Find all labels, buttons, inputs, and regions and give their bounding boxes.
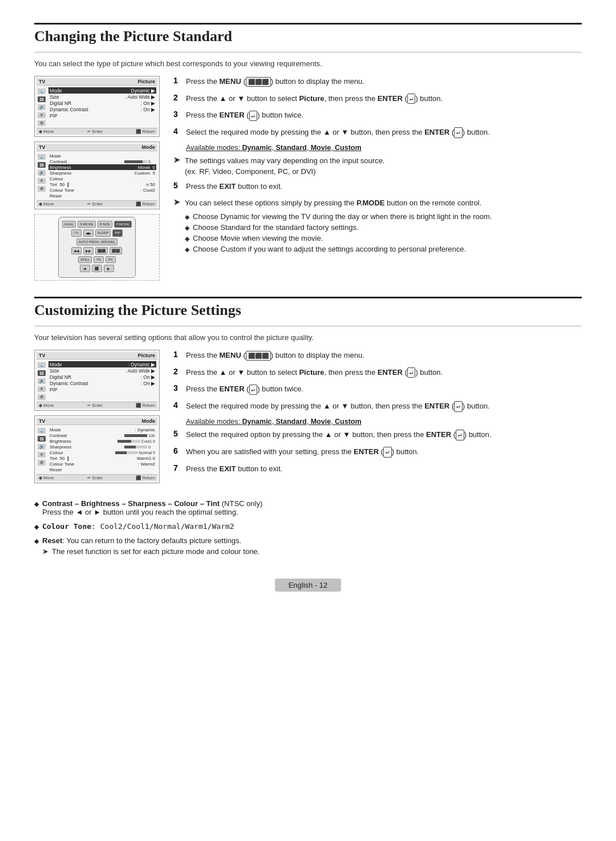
section1-header: Changing the Picture Standard (34, 23, 582, 45)
s2-screen2-header: TV Mode (37, 418, 157, 425)
menu-row-digital-nr: Digital NR: On ▶ (48, 100, 156, 106)
s2-step7: 7 Press the EXIT button to exit. (173, 463, 582, 475)
footer-label: English - 12 (289, 581, 328, 589)
s2-menu-row-digital-nr: Digital NR: On ▶ (48, 374, 156, 380)
s2-mode-mode: Mode: Dynamic (48, 427, 156, 432)
diamond2: ◆ (185, 224, 189, 232)
avail-modes-2: Available modes: Dynamic, Standard, Movi… (186, 418, 582, 426)
section2-bottom-notes: ◆ Contrast – Brightness – Sharpness – Co… (34, 499, 582, 556)
mode-row-contrast: Contrast 0 (48, 159, 156, 164)
s2-menu-row-pip: PIP (48, 386, 156, 393)
icon-x: ✕ (38, 112, 46, 118)
s2-mode-colourtone: Colour Tone: Warm2 (48, 461, 156, 467)
section1-screen2: TV Mode 📡 🖼 🔊 ✕ ⚙ Mode (34, 141, 160, 209)
section2-steps: 1 Press the MENU (⬛⬛⬛) button to display… (173, 350, 582, 488)
note2-arrow: ➤ (173, 197, 181, 207)
icon-audio: 🔊 (38, 104, 46, 110)
s2-step6-text: When you are satisfied with your setting… (186, 446, 419, 458)
remote-btn-smode: S.MODE (78, 221, 96, 228)
diamond3: ◆ (185, 235, 189, 242)
bottom-note3-main: Reset: You can return to the factory def… (42, 536, 260, 545)
s2-screen2-icons: 📡 🖼 🔊 ✕ ⚙ (38, 427, 46, 472)
s2-mode-tint: Tint 50 ❙Warm1 0 (48, 455, 156, 461)
screen1-menu: ModeDynamic ▶ Size: Auto Wide ▶ Digital … (48, 87, 156, 126)
s2-icon-picture: 🖼 (38, 370, 46, 376)
s2-screen1-body: 📡 🖼 🔊 ✕ ⚙ Mode: Dynamic ▶ Size: Auto Wid… (37, 359, 157, 402)
remote-btn-pmode: P.MODE (114, 221, 132, 228)
s2-step3-text: Press the ENTER (↵) button twice. (186, 383, 303, 395)
remote-row3: AUTO PROG. ADD/DEL (62, 238, 132, 245)
icon2-settings: ⚙ (38, 186, 46, 192)
screen2-icons: 📡 🖼 🔊 ✕ ⚙ (38, 153, 46, 199)
bottom-note2-text: Colour Tone: Cool2/Cool1/Normal/Warm1/Wa… (42, 522, 234, 531)
menu-row-pip: PIP (48, 112, 156, 119)
s2-s1-right: Picture (137, 353, 155, 358)
s2-step2-text: Press the ▲ or ▼ button to select Pictur… (186, 367, 443, 378)
s2-menu-row-dynamic-contrast: Dynamic Contrast: On ▶ (48, 380, 156, 386)
bottom-note3: ◆ Reset: You can return to the factory d… (34, 536, 582, 556)
mode-row-brightness: BrightnessMovie 0 (48, 164, 156, 170)
section-customizing-picture: Customizing the Picture Settings Your te… (34, 297, 582, 556)
remote-row5: STILL TV PC (62, 256, 132, 263)
section-changing-picture: Changing the Picture Standard You can se… (34, 23, 582, 285)
menu-row-dynamic-contrast: Dynamic Contrast: On ▶ (48, 106, 156, 112)
s2-mode-sharpness: Sharpness 0 (48, 444, 156, 450)
step2-num: 2 (173, 93, 181, 102)
remote-btn-autoprog: AUTO PROG. ADD/DEL (76, 238, 118, 245)
s2-mode-reset: Reset (48, 467, 156, 472)
s2-mode-contrast: Contrast 100 (48, 432, 156, 438)
s2-icon2-picture: 🖼 (38, 436, 46, 442)
s2-s2-left: TV (39, 418, 46, 424)
step4-num: 4 (173, 127, 181, 136)
section2-screen1: TV Picture 📡 🖼 🔊 ✕ ⚙ Mode: Dynamic ▶ (34, 350, 160, 411)
step1-text: Press the MENU (⬛⬛⬛) button to display t… (186, 76, 364, 87)
section1-screen1: TV Picture 📡 🖼 🔊 ✕ ⚙ ModeDynamic ▶ (34, 76, 160, 137)
bullet4: ◆ Choose Custom if you want to adjust th… (185, 245, 582, 253)
s2-icon2-x: ✕ (38, 452, 46, 458)
section1-title: Changing the Picture Standard (34, 28, 582, 45)
bottom-note1: ◆ Contrast – Brightness – Sharpness – Co… (34, 499, 582, 516)
remote-btn-pc: PC (106, 256, 116, 263)
s2-mode-colour: Colour Normal 5 (48, 450, 156, 455)
mode-row-sharpness: SharpnessCustom 5 (48, 170, 156, 176)
sub-text: The reset function is set for each pictu… (52, 547, 260, 556)
bullet3: ◆ Choose Movie when viewing the movie. (185, 234, 582, 242)
s2-step3: 3 Press the ENTER (↵) button twice. (173, 383, 582, 395)
screen2-header-right: Mode (142, 144, 156, 150)
screen1-icons: 📡 🖼 🔊 ✕ ⚙ (38, 87, 46, 126)
section2-title: Customizing the Picture Settings (34, 302, 582, 319)
s2-step6: 6 When you are satisfied with your setti… (173, 446, 582, 458)
icon2-antenna: 📡 (38, 154, 46, 160)
remote-btn-b3: ▶ (104, 265, 114, 272)
s2-icon-antenna: 📡 (38, 362, 46, 368)
step1: 1 Press the MENU (⬛⬛⬛) button to display… (173, 76, 582, 87)
bottom-note1-content: Contrast – Brightness – Sharpness – Colo… (42, 499, 262, 516)
bullet2-text: Choose Standard for the standard factory… (193, 223, 359, 232)
s2-step7-text: Press the EXIT button to exit. (186, 463, 282, 475)
bottom-note3-content: Reset: You can return to the factory def… (42, 536, 260, 556)
bottom-note2-content: Colour Tone: Cool2/Cool1/Normal/Warm1/Wa… (42, 522, 234, 531)
section2-screen2: TV Mode 📡 🖼 🔊 ✕ ⚙ Mode: Dynamic (34, 415, 160, 483)
step4: 4 Select the required mode by pressing t… (173, 127, 582, 138)
menu-row-size: Size: Auto Wide ▶ (48, 94, 156, 100)
avail-modes-1: Available modes: Dynamic, Standard, Movi… (186, 144, 582, 152)
section1-intro: You can select the type of picture which… (34, 59, 582, 68)
screen1-header-left: TV (39, 79, 46, 84)
step3: 3 Press the ENTER (↵) button twice. (173, 110, 582, 121)
icon2-picture: 🖼 (38, 162, 46, 168)
diamond1: ◆ (185, 213, 189, 221)
s2-s1-left: TV (39, 353, 46, 358)
s2-step6-num: 6 (173, 446, 181, 455)
icon-settings: ⚙ (38, 120, 46, 126)
step3-text: Press the ENTER (↵) button twice. (186, 110, 303, 121)
s2-step2: 2 Press the ▲ or ▼ button to select Pict… (173, 367, 582, 378)
remote-btn-r3: ⬛⬛ (95, 247, 108, 254)
remote-row4: ◀◀ ▶▶ ⬛⬛ ⬛⬛ (62, 247, 132, 254)
bottom-diamond3: ◆ (34, 537, 39, 545)
bottom-note2: ◆ Colour Tone: Cool2/Cool1/Normal/Warm1/… (34, 522, 582, 531)
note1-text: The settings values may vary depending o… (185, 155, 385, 177)
s2-step7-num: 7 (173, 463, 181, 472)
sub-arrow: ➤ (42, 547, 48, 556)
remote-btn-r4: ⬛⬛ (110, 247, 122, 254)
s2-mode-brightness: Brightness Cool1 0 (48, 438, 156, 444)
